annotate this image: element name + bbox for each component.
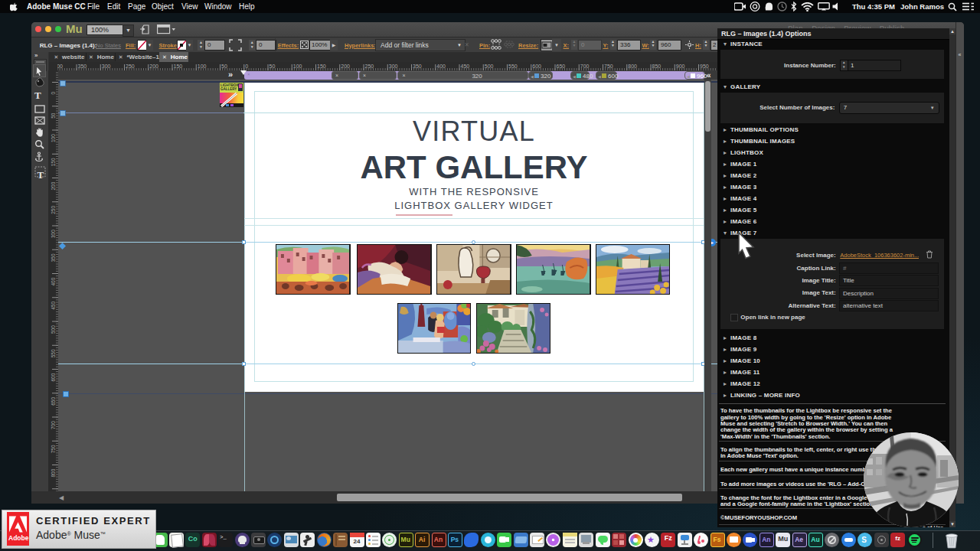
svg-text:750: 750 [604,64,613,69]
svg-text:800: 800 [51,468,56,477]
svg-text:200: 200 [149,64,158,69]
svg-text:150: 150 [51,158,56,166]
svg-text:350: 350 [78,64,87,69]
svg-text:600: 600 [51,373,56,381]
svg-text:200: 200 [51,181,56,190]
svg-text:400: 400 [436,64,446,69]
svg-text:100: 100 [198,64,207,69]
svg-text:850: 850 [652,64,662,69]
svg-text:550: 550 [51,349,56,357]
svg-text:0: 0 [245,64,248,69]
svg-text:350: 350 [413,64,422,69]
svg-text:50: 50 [270,64,276,69]
svg-text:100: 100 [293,64,302,69]
svg-text:650: 650 [557,64,566,69]
svg-text:450: 450 [461,64,470,69]
svg-text:750: 750 [51,445,56,453]
svg-text:500: 500 [485,64,494,69]
svg-text:300: 300 [102,64,111,69]
svg-text:550: 550 [508,64,518,69]
svg-text:900: 900 [676,64,685,69]
svg-text:600: 600 [532,64,541,69]
svg-text:250: 250 [365,64,374,69]
svg-text:50: 50 [51,112,56,119]
svg-text:650: 650 [51,397,56,406]
svg-text:950: 950 [700,64,709,69]
svg-text:150: 150 [174,64,183,69]
svg-text:400: 400 [57,64,63,69]
svg-text:300: 300 [51,230,56,238]
svg-text:100: 100 [51,134,56,142]
svg-text:150: 150 [317,64,326,69]
svg-text:450: 450 [51,302,56,310]
svg-text:350: 350 [51,253,56,262]
svg-text:T: T [38,169,44,180]
svg-text:400: 400 [51,277,56,285]
svg-text:50: 50 [221,64,227,69]
svg-text:800: 800 [628,64,637,69]
svg-text:300: 300 [389,64,398,69]
svg-text:0: 0 [51,92,56,95]
svg-text:700: 700 [580,64,590,69]
svg-text:500: 500 [51,325,56,334]
svg-text:250: 250 [51,206,56,214]
svg-text:200: 200 [341,64,350,69]
svg-text:700: 700 [51,421,56,429]
svg-text:250: 250 [126,64,135,69]
